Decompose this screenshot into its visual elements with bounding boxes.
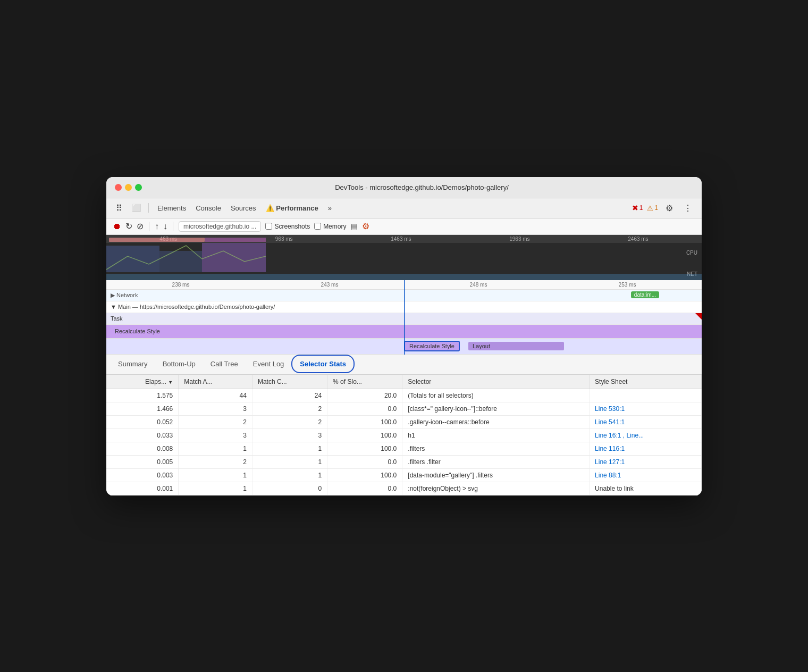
cell-stylesheet-1[interactable]: Line 530:1: [590, 402, 702, 415]
table-container: Elaps... ▼ Match A... Match C... % of Sl…: [106, 375, 702, 495]
col-elapsed[interactable]: Elaps... ▼: [106, 375, 179, 389]
reload-button[interactable]: ↻: [125, 221, 132, 231]
cell-pct-1: 0.0: [327, 402, 402, 415]
cell-match-c-5: 1: [252, 455, 327, 468]
col-match-c[interactable]: Match C...: [252, 375, 327, 389]
cell-selector-2: .gallery-icon--camera::before: [402, 415, 590, 429]
warn-icon: ⚠: [647, 204, 653, 212]
tab-console[interactable]: Console: [191, 202, 225, 214]
col-pct[interactable]: % of Slo...: [327, 375, 402, 389]
cell-match-c-4: 1: [252, 442, 327, 455]
close-button[interactable]: [115, 184, 122, 191]
bottom-panel: Summary Bottom-Up Call Tree Event Log Se…: [106, 355, 702, 495]
tab-call-tree[interactable]: Call Tree: [203, 355, 246, 374]
bottom-tab-row: Summary Bottom-Up Call Tree Event Log Se…: [106, 355, 702, 375]
title-bar: DevTools - microsoftedge.github.io/Demos…: [106, 177, 702, 198]
upload-button[interactable]: ↑: [155, 222, 159, 231]
svg-rect-0: [106, 246, 159, 272]
url-pill: microsoftedge.github.io ...: [179, 221, 261, 232]
memory-checkbox[interactable]: [314, 223, 321, 230]
cell-match-a-6: 1: [179, 468, 252, 482]
tab-elements[interactable]: Elements: [153, 202, 190, 214]
cell-pct-5: 0.0: [327, 455, 402, 468]
table-row: 0.008 1 1 100.0 .filters Line 116:1: [106, 442, 702, 455]
task-label: Task: [106, 314, 127, 323]
cell-selector-1: [class*=" gallery-icon--"]::before: [402, 402, 590, 415]
tab-performance-label: Performance: [276, 204, 318, 212]
svg-rect-8: [109, 238, 205, 242]
cpu-label: CPU: [686, 250, 697, 256]
tab-sources[interactable]: Sources: [226, 202, 260, 214]
cell-selector-4: .filters: [402, 442, 590, 455]
warn-count: 1: [654, 204, 658, 212]
col-stylesheet[interactable]: Style Sheet: [590, 375, 702, 389]
inspect-tool[interactable]: ⠿: [113, 201, 125, 215]
marker-4: 1963 ms: [509, 236, 529, 242]
clear-button[interactable]: ⊘: [137, 221, 144, 231]
cell-selector-5: .filters .filter: [402, 455, 590, 468]
tab-performance[interactable]: ⚠️ Performance: [262, 202, 323, 214]
col-selector[interactable]: Selector: [402, 375, 590, 389]
settings-perf-button[interactable]: ⚙: [362, 221, 369, 231]
cell-match-a-5: 2: [179, 455, 252, 468]
cell-elapsed-5: 0.005: [106, 455, 179, 468]
filter-icon[interactable]: ▤: [350, 222, 358, 231]
table-row: 0.005 2 1 0.0 .filters .filter Line 127:…: [106, 455, 702, 468]
minimize-button[interactable]: [125, 184, 132, 191]
traffic-lights: [115, 184, 142, 191]
detail-timeline[interactable]: 238 ms 243 ms 248 ms 253 ms ▶ Network da…: [106, 280, 702, 355]
selector-stats-table: Elaps... ▼ Match A... Match C... % of Sl…: [106, 375, 702, 495]
warn-badge: ⚠ 1: [647, 204, 658, 212]
cell-stylesheet-4[interactable]: Line 116:1: [590, 442, 702, 455]
table-row: 0.033 3 3 100.0 h1 Line 16:1 , Line...: [106, 429, 702, 442]
separator-1: [148, 203, 149, 213]
cell-match-c-3: 3: [252, 429, 327, 442]
tab-event-log[interactable]: Event Log: [246, 355, 292, 374]
download-button[interactable]: ↓: [163, 222, 167, 231]
more-options-button[interactable]: ⋮: [680, 201, 695, 215]
memory-label[interactable]: Memory: [314, 223, 346, 230]
cell-elapsed-1: 1.466: [106, 402, 179, 415]
cell-elapsed-0: 1.575: [106, 389, 179, 402]
cell-selector-7: :not(foreignObject) > svg: [402, 482, 590, 495]
cell-pct-6: 100.0: [327, 468, 402, 482]
cell-stylesheet-5[interactable]: Line 127:1: [590, 455, 702, 468]
layout-label: Layout: [473, 343, 490, 349]
cell-pct-4: 100.0: [327, 442, 402, 455]
sort-arrow: ▼: [168, 380, 173, 385]
screenshots-label[interactable]: Screenshots: [265, 223, 310, 230]
cell-stylesheet-2[interactable]: Line 541:1: [590, 415, 702, 429]
cell-match-a-1: 3: [179, 402, 252, 415]
cell-stylesheet-6[interactable]: Line 88:1: [590, 468, 702, 482]
tab-selector-stats[interactable]: Selector Stats: [291, 355, 355, 373]
cell-stylesheet-7: Unable to link: [590, 482, 702, 495]
cell-match-a-2: 2: [179, 415, 252, 429]
record-button[interactable]: ⏺: [113, 222, 121, 231]
table-row: 0.052 2 2 100.0 .gallery-icon--camera::b…: [106, 415, 702, 429]
network-label: ▶ Network: [106, 291, 142, 300]
screenshots-checkbox[interactable]: [265, 223, 272, 230]
tab-bottom-up[interactable]: Bottom-Up: [155, 355, 203, 374]
tab-summary[interactable]: Summary: [111, 355, 155, 374]
memory-text: Memory: [323, 223, 346, 230]
recalc-box-label: Recalculate Style: [409, 343, 454, 349]
error-badge: ✖ 1: [632, 204, 643, 212]
time-cursor: [404, 280, 405, 355]
table-row: 1.575 44 24 20.0 (Totals for all selecto…: [106, 389, 702, 402]
device-tool[interactable]: ⬜: [129, 202, 144, 214]
cell-pct-0: 20.0: [327, 389, 402, 402]
cell-match-a-7: 1: [179, 482, 252, 495]
cell-stylesheet-3[interactable]: Line 16:1 , Line...: [590, 429, 702, 442]
data-badge: data:im...: [631, 291, 659, 298]
error-icon: ✖: [632, 204, 638, 212]
cell-elapsed-7: 0.001: [106, 482, 179, 495]
cell-elapsed-2: 0.052: [106, 415, 179, 429]
fullscreen-button[interactable]: [135, 184, 142, 191]
settings-button[interactable]: ⚙: [662, 201, 676, 215]
window-title: DevTools - microsoftedge.github.io/Demos…: [150, 183, 693, 191]
cell-match-a-0: 44: [179, 389, 252, 402]
tab-more[interactable]: »: [324, 202, 336, 214]
cell-match-c-0: 24: [252, 389, 327, 402]
warning-icon: ⚠️: [266, 204, 274, 212]
col-match-a[interactable]: Match A...: [179, 375, 252, 389]
